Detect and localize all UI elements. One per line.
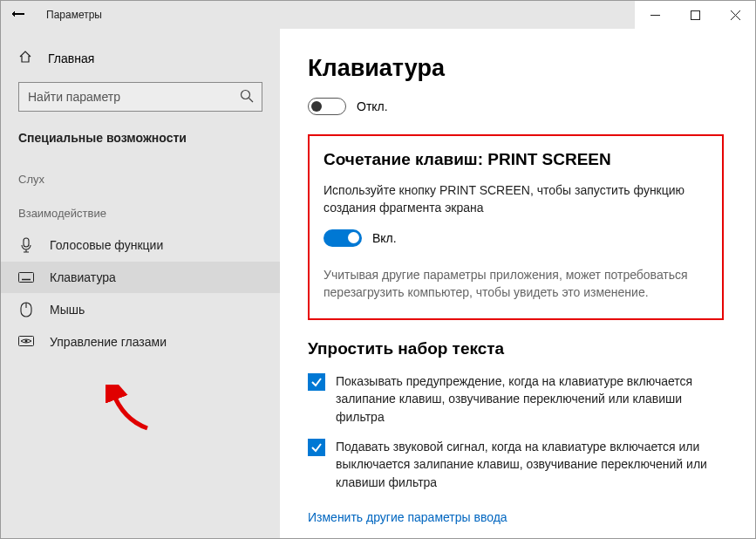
checkbox-label: Подавать звуковой сигнал, когда на клави…	[336, 438, 724, 491]
group-interaction: Взаимодействие	[1, 194, 280, 229]
svg-rect-1	[691, 10, 699, 19]
group-hearing: Слух	[1, 160, 280, 194]
sidebar-item-label: Мышь	[50, 303, 85, 317]
svg-rect-6	[24, 238, 29, 247]
page-title: Клавиатура	[308, 55, 724, 82]
section-heading: Упростить набор текста	[308, 339, 724, 358]
maximize-button[interactable]	[675, 1, 715, 29]
microphone-icon	[18, 237, 34, 253]
section-print-screen: Сочетание клавиш: PRINT SCREEN Используй…	[308, 134, 724, 320]
close-button[interactable]	[715, 1, 755, 29]
sidebar-item-voice[interactable]: Голосовые функции	[1, 229, 280, 262]
eye-control-icon	[18, 336, 34, 348]
annotation-arrow	[106, 385, 158, 437]
home-link[interactable]: Главная	[1, 44, 280, 72]
svg-point-4	[242, 91, 250, 99]
sidebar-item-eye-control[interactable]: Управление глазами	[1, 326, 280, 358]
checkbox-label: Показывать предупреждение, когда на клав…	[336, 372, 724, 426]
checkbox-sound[interactable]	[308, 439, 325, 456]
keyboard-icon	[18, 272, 34, 283]
svg-rect-7	[19, 273, 34, 283]
other-input-settings-link[interactable]: Изменить другие параметры ввода	[308, 510, 507, 524]
search-input[interactable]	[18, 82, 262, 112]
section-note: Учитывая другие параметры приложения, мо…	[324, 266, 706, 302]
svg-point-17	[25, 340, 28, 343]
sidebar-item-label: Голосовые функции	[50, 238, 163, 252]
main-content: Клавиатура Откл. Сочетание клавиш: PRINT…	[280, 29, 755, 538]
svg-line-5	[249, 99, 254, 103]
back-button[interactable]: 🠔	[6, 7, 31, 23]
minimize-button[interactable]	[635, 1, 675, 29]
section-description: Используйте кнопку PRINT SCREEN, чтобы з…	[324, 181, 706, 217]
search-icon	[240, 89, 254, 106]
printscreen-toggle[interactable]	[324, 229, 362, 247]
home-label: Главная	[48, 51, 94, 65]
mouse-icon	[18, 302, 34, 317]
category-title: Специальные возможности	[1, 127, 280, 160]
home-icon	[18, 50, 32, 66]
sidebar-item-keyboard[interactable]: Клавиатура	[1, 262, 280, 293]
sidebar-item-label: Клавиатура	[50, 270, 116, 284]
printscreen-toggle-label: Вкл.	[372, 231, 397, 245]
top-toggle[interactable]	[308, 98, 346, 115]
sidebar-item-label: Управление глазами	[50, 335, 167, 349]
sidebar-item-mouse[interactable]: Мышь	[1, 293, 280, 326]
sidebar: Главная Специальные возможности Слух Вза…	[1, 29, 280, 538]
top-toggle-label: Откл.	[357, 99, 388, 113]
window-title: Параметры	[46, 9, 102, 21]
checkbox-warning[interactable]	[308, 373, 325, 391]
section-heading: Сочетание клавиш: PRINT SCREEN	[324, 150, 706, 169]
titlebar: 🠔 Параметры	[1, 1, 755, 29]
